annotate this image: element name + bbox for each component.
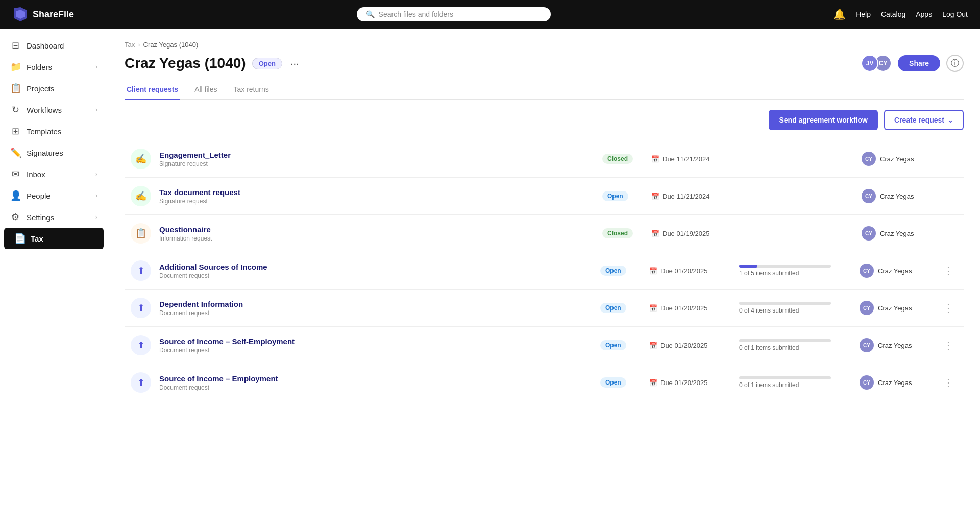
page-tabs: Client requests All files Tax returns	[125, 80, 964, 100]
request-type: Document request	[159, 272, 592, 279]
sidebar-item-settings[interactable]: ⚙ Settings ›	[0, 206, 108, 228]
apps-link[interactable]: Apps	[916, 10, 932, 18]
sidebar-label-inbox: Inbox	[27, 170, 45, 179]
sidebar-label-people: People	[27, 191, 51, 200]
notification-bell-icon[interactable]: 🔔	[833, 8, 846, 20]
assignee-avatar: CY	[862, 189, 876, 203]
request-name: Source of Income – Employment	[159, 374, 592, 383]
request-item[interactable]: ⬆ Source of Income – Employment Document…	[125, 364, 964, 401]
request-more-button[interactable]: ⋮	[939, 337, 958, 353]
request-icon: ⬆	[131, 298, 151, 318]
assignee-name: Craz Yegas	[878, 267, 912, 275]
assignee-name: Craz Yegas	[880, 155, 914, 163]
request-item[interactable]: ⬆ Additional Sources of Income Document …	[125, 252, 964, 290]
request-info: Dependent Information Document request	[159, 300, 592, 317]
request-more-button[interactable]: ⋮	[939, 262, 958, 279]
request-icon: 📋	[131, 223, 151, 244]
request-icon: ✍	[131, 149, 151, 169]
sidebar-label-signatures: Signatures	[27, 149, 63, 157]
request-assignee: CY Craz Yegas	[862, 152, 933, 166]
tab-all-files[interactable]: All files	[192, 80, 219, 100]
request-assignee: CY Craz Yegas	[860, 375, 931, 390]
logo[interactable]: ShareFile	[12, 6, 74, 22]
sidebar-item-workflows[interactable]: ↻ Workflows ›	[0, 99, 108, 121]
request-more-button[interactable]: ⋮	[939, 300, 958, 316]
sidebar-item-people[interactable]: 👤 People ›	[0, 185, 108, 206]
sidebar-item-inbox[interactable]: ✉ Inbox ›	[0, 163, 108, 185]
sidebar-item-signatures[interactable]: ✏️ Signatures	[0, 142, 108, 163]
create-request-label: Create request	[894, 116, 944, 124]
catalog-link[interactable]: Catalog	[881, 10, 905, 18]
status-badge: Closed	[602, 154, 633, 164]
request-item[interactable]: ✍ Tax document request Signature request…	[125, 178, 964, 215]
request-status: Closed	[602, 154, 643, 164]
request-type: Document request	[159, 309, 592, 317]
request-name: Additional Sources of Income	[159, 262, 592, 271]
tab-tax-returns[interactable]: Tax returns	[232, 80, 271, 100]
breadcrumb-current: Craz Yegas (1040)	[143, 41, 199, 49]
request-status: Open	[602, 191, 643, 201]
request-status: Open	[600, 377, 641, 388]
chevron-icon: ›	[95, 213, 97, 221]
sidebar-label-folders: Folders	[27, 63, 52, 71]
request-info: Source of Income – Employment Document r…	[159, 374, 592, 391]
request-assignee: CY Craz Yegas	[862, 189, 933, 203]
top-navigation: ShareFile 🔍 Search files and folders 🔔 H…	[0, 0, 980, 29]
actions-row: Send agreement workflow Create request ⌄	[125, 110, 964, 130]
logout-link[interactable]: Log Out	[942, 10, 968, 18]
tab-client-requests[interactable]: Client requests	[125, 80, 180, 100]
request-type: Information request	[159, 235, 594, 242]
create-request-button[interactable]: Create request ⌄	[884, 110, 964, 130]
chevron-down-icon: ⌄	[947, 116, 953, 124]
calendar-icon: 📅	[651, 155, 659, 163]
assignee-name: Craz Yegas	[878, 342, 912, 349]
status-badge: Open	[600, 303, 626, 313]
assignee-name: Craz Yegas	[878, 379, 912, 387]
request-assignee: CY Craz Yegas	[860, 264, 931, 278]
sidebar-label-projects: Projects	[27, 84, 54, 93]
due-date: Due 01/20/2025	[660, 342, 708, 349]
request-assignee: CY Craz Yegas	[860, 301, 931, 315]
request-due: 📅 Due 11/21/2024	[651, 193, 733, 200]
sidebar-item-dashboard[interactable]: ⊟ Dashboard	[0, 35, 108, 56]
request-status: Open	[600, 303, 641, 313]
assignee-avatar: CY	[860, 375, 874, 390]
sidebar-label-settings: Settings	[27, 213, 54, 222]
request-name: Questionnaire	[159, 225, 594, 234]
request-due: 📅 Due 01/20/2025	[649, 267, 731, 275]
help-link[interactable]: Help	[856, 10, 871, 18]
sidebar-item-projects[interactable]: 📋 Projects	[0, 78, 108, 99]
sidebar-icon-dashboard: ⊟	[10, 40, 20, 51]
share-button[interactable]: Share	[898, 55, 940, 71]
calendar-icon: 📅	[649, 267, 657, 275]
request-item[interactable]: ⬆ Dependent Information Document request…	[125, 290, 964, 327]
request-item[interactable]: ✍ Engagement_Letter Signature request Cl…	[125, 140, 964, 178]
status-badge: Open	[600, 377, 626, 388]
request-status: Closed	[602, 228, 643, 238]
sidebar-icon-projects: 📋	[10, 83, 20, 94]
request-type: Signature request	[159, 160, 594, 167]
sidebar-item-tax[interactable]: 📄 Tax	[4, 228, 104, 249]
search-icon: 🔍	[366, 10, 375, 18]
request-type: Signature request	[159, 198, 594, 205]
sidebar-label-dashboard: Dashboard	[27, 41, 64, 50]
request-assignee: CY Craz Yegas	[862, 226, 933, 241]
request-more-button[interactable]: ⋮	[939, 374, 958, 391]
calendar-icon: 📅	[649, 342, 657, 349]
assignee-avatar: CY	[860, 301, 874, 315]
request-due: 📅 Due 01/20/2025	[649, 379, 731, 387]
sidebar-item-folders[interactable]: 📁 Folders ›	[0, 56, 108, 78]
sidebar-item-templates[interactable]: ⊞ Templates	[0, 121, 108, 142]
send-agreement-button[interactable]: Send agreement workflow	[769, 110, 877, 130]
chevron-icon: ›	[95, 106, 97, 113]
search-bar[interactable]: 🔍 Search files and folders	[357, 7, 551, 21]
calendar-icon: 📅	[651, 193, 659, 200]
request-type: Document request	[159, 384, 592, 391]
request-info: Additional Sources of Income Document re…	[159, 262, 592, 279]
request-item[interactable]: ⬆ Source of Income – Self-Employment Doc…	[125, 327, 964, 364]
breadcrumb-parent[interactable]: Tax	[125, 41, 135, 49]
info-button[interactable]: ⓘ	[946, 55, 964, 72]
assignee-avatar: CY	[862, 226, 876, 241]
more-options-button[interactable]: ···	[288, 56, 301, 71]
request-item[interactable]: 📋 Questionnaire Information request Clos…	[125, 215, 964, 252]
